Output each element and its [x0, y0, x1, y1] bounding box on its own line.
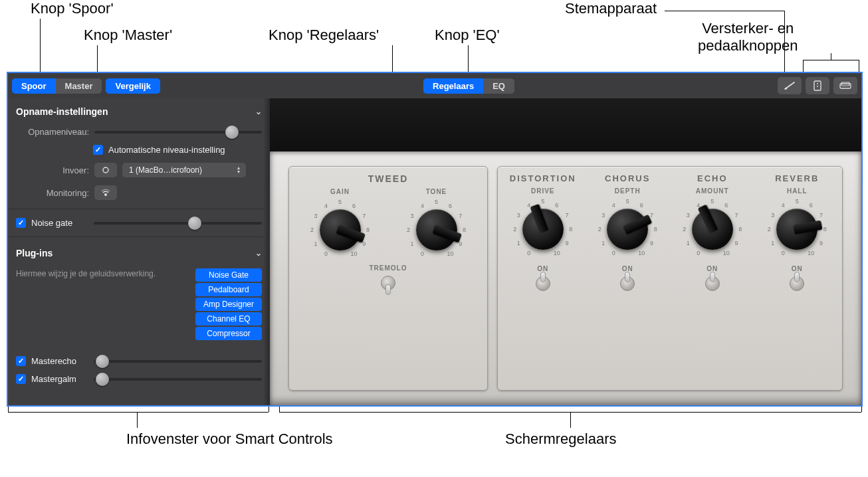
row-noise-gate: ✓ Noise gate	[16, 216, 262, 230]
knob-group: HALL012345678910	[757, 187, 837, 261]
masterecho-checkbox[interactable]: ✓	[16, 356, 26, 366]
knob-dial[interactable]: 012345678910	[596, 197, 659, 261]
plugin-pill[interactable]: Compressor	[195, 327, 262, 340]
effect-title: DISTORTION	[510, 173, 576, 183]
amp-button[interactable]	[806, 77, 829, 94]
dial-scale-number: 4	[782, 202, 785, 209]
effect-title: ECHO	[697, 173, 728, 183]
svg-point-0	[786, 88, 788, 90]
dial-scale-number: 1	[517, 240, 520, 246]
dial-scale-number: 10	[447, 250, 453, 257]
plugin-pill[interactable]: Noise Gate	[195, 268, 262, 282]
mastergalm-checkbox[interactable]: ✓	[16, 374, 26, 384]
effect-switch[interactable]	[620, 276, 635, 299]
effect-switch[interactable]	[536, 276, 550, 299]
dial-scale-number: 8	[738, 226, 742, 233]
master-button[interactable]: Master	[56, 78, 102, 94]
effect-switch-group: ON	[503, 265, 583, 299]
noise-gate-checkbox[interactable]: ✓	[16, 218, 26, 228]
dial-scale-number: 7	[459, 213, 462, 219]
plugin-pill[interactable]: Amp Designer	[195, 298, 262, 311]
knob-dial[interactable]: 012345678910	[681, 197, 744, 261]
dial-scale-number: 7	[362, 213, 366, 219]
plugin-list: Noise GatePedalboardAmp DesignerChannel …	[195, 268, 262, 340]
masterecho-label: Masterecho	[31, 356, 88, 366]
effect-title-col: REVERB	[757, 173, 837, 183]
knob-dial[interactable]: 012345678910	[511, 197, 575, 261]
input-select[interactable]: 1 (MacBo…icrofoon) ▴▾	[122, 163, 246, 177]
dial-scale-number: 6	[640, 202, 643, 209]
compare-button[interactable]: Vergelijk	[106, 78, 160, 94]
dial-scale-number: 5	[435, 199, 438, 205]
dial-scale-number: 6	[724, 202, 728, 209]
dial-scale-number: 3	[771, 212, 774, 219]
effect-switch[interactable]	[790, 276, 804, 299]
slider-thumb[interactable]	[96, 373, 109, 386]
masterecho-slider[interactable]	[94, 360, 262, 363]
dial-scale-number: 9	[362, 240, 366, 247]
amp-icon	[813, 80, 822, 91]
pedalboard-button[interactable]	[833, 77, 857, 94]
knob-dial[interactable]: 012345678910	[765, 197, 829, 261]
knob-label: DEPTH	[615, 187, 641, 195]
section-recording[interactable]: Opname-instellingen ⌄	[16, 102, 262, 121]
knob-group: DEPTH012345678910	[588, 187, 667, 261]
tremolo-switch[interactable]	[381, 276, 395, 298]
input-mode-button[interactable]	[94, 163, 117, 177]
effect-title-col: DISTORTION	[503, 173, 583, 183]
label-monitoring: Monitoring:	[16, 188, 89, 198]
regelaars-button[interactable]: Regelaars	[423, 78, 483, 94]
dial-scale-number: 5	[338, 199, 342, 205]
plugin-pill[interactable]: Channel EQ	[195, 312, 262, 326]
auto-level-label: Automatische niveau-instelling	[108, 145, 225, 155]
mastergalm-slider[interactable]	[94, 378, 262, 381]
tuner-button[interactable]	[778, 77, 802, 94]
slider-thumb[interactable]	[225, 126, 239, 139]
plugin-pill[interactable]: Pedalboard	[195, 283, 262, 296]
dial-scale-number: 5	[541, 198, 544, 205]
section-plugins[interactable]: Plug-ins ⌄	[16, 244, 262, 262]
dial-scale-number: 7	[650, 212, 653, 219]
dial-scale-number: 1	[771, 240, 774, 246]
dial-scale-number: 0	[697, 250, 700, 256]
slider-thumb[interactable]	[188, 217, 201, 230]
dial-scale-number: 1	[411, 240, 414, 247]
label-input: Invoer:	[16, 165, 89, 175]
dial-scale-number: 6	[810, 202, 813, 209]
effects-knob-row: DRIVE012345678910DEPTH012345678910AMOUNT…	[500, 187, 839, 261]
dial-scale-number: 5	[710, 198, 714, 205]
dial-scale-number: 7	[819, 212, 823, 219]
label-record-level: Opnameniveau:	[16, 127, 89, 137]
dial-scale-number: 2	[768, 226, 771, 233]
callout-line	[40, 19, 41, 76]
monitoring-button[interactable]	[94, 185, 117, 200]
knob-label: GAIN	[330, 188, 350, 195]
effect-switch[interactable]	[705, 276, 720, 299]
dial-scale-number: 10	[350, 250, 357, 257]
tweed-title: TWEED	[292, 173, 485, 184]
noise-gate-label: Noise gate	[31, 218, 88, 228]
auto-level-checkbox[interactable]: ✓	[93, 145, 103, 155]
knob-dial[interactable]: 012345678910	[405, 198, 469, 262]
slider-thumb[interactable]	[96, 355, 109, 368]
record-level-slider[interactable]	[94, 131, 262, 134]
knob-dial[interactable]: 012345678910	[308, 198, 372, 262]
dial-scale-number: 2	[683, 226, 686, 233]
spoor-button[interactable]: Spoor	[12, 78, 56, 94]
callout-line	[269, 407, 269, 412]
callout-line	[8, 412, 269, 413]
chevron-down-icon: ⌄	[255, 248, 262, 258]
noise-gate-slider[interactable]	[94, 222, 262, 225]
tweed-knob-row: GAIN012345678910TONE012345678910	[292, 188, 485, 262]
dial-scale-number: 9	[459, 240, 462, 247]
dial-scale-number: 8	[463, 227, 466, 233]
row-plugins: Hiermee wijzig je de geluidsverwerking. …	[16, 266, 262, 342]
dial-scale-number: 5	[796, 198, 799, 205]
effect-title-col: ECHO	[673, 173, 752, 183]
callout-line	[137, 412, 138, 428]
effect-title: CHORUS	[605, 173, 650, 183]
dial-scale-number: 7	[735, 212, 738, 219]
rack: TWEED GAIN012345678910TONE012345678910 T…	[270, 151, 861, 405]
eq-button[interactable]: EQ	[483, 78, 514, 94]
dial-scale-number: 6	[449, 203, 452, 209]
